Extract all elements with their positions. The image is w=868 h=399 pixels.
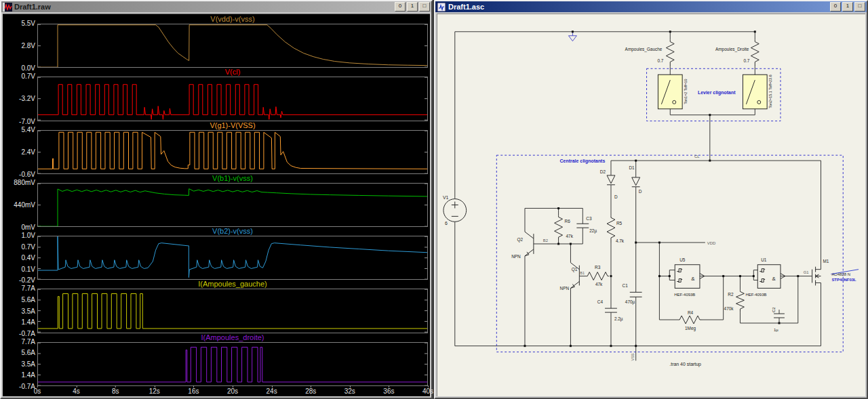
c2-name: C2 <box>772 307 776 312</box>
plot-area[interactable] <box>37 24 428 68</box>
gate-u5[interactable]: & U5 HEF-4093B <box>674 257 705 297</box>
u1-gate-symbol: & <box>772 276 776 282</box>
waveform-titlebar[interactable]: Draft1.raw 0 1 □ <box>1 1 431 12</box>
c3-name: C3 <box>586 216 592 221</box>
trace-title: I(Ampoules_gauche) <box>37 280 428 289</box>
spice-directive[interactable]: .tran 40 startup <box>669 362 701 367</box>
capacitor-c4[interactable]: C4 2.2µ <box>597 299 623 322</box>
plot-area[interactable] <box>37 183 428 227</box>
net-g1: G1 <box>804 270 810 274</box>
minimize-button[interactable]: 0 <box>395 2 406 12</box>
y-axis-labels: 0.7V -3.2V -7.0V <box>19 73 35 125</box>
capacitor-c2[interactable]: C2 1µ <box>772 307 785 332</box>
lamp-right-name: Ampoules_Droite <box>715 47 749 52</box>
switch-left[interactable] <box>658 75 682 109</box>
r6-value: 47k <box>566 234 573 238</box>
minimize-button[interactable]: 0 <box>830 2 841 12</box>
transistor-q1[interactable]: Q1 NPN <box>560 263 580 291</box>
v1-name: V1 <box>443 195 449 200</box>
u1-value: HEF-4093B <box>745 293 766 297</box>
net-vss: VSS <box>631 353 635 360</box>
gate-u1[interactable]: & U1 HEF-4093B <box>745 257 785 297</box>
r2-value: 470k <box>724 306 734 311</box>
switch-right[interactable] <box>743 75 767 109</box>
resistor-r6[interactable]: R6 47k <box>555 215 574 240</box>
lamp-left-name: Ampoules_Gauche <box>625 47 663 52</box>
pane-vb1: V(b1)-v(vss) 880mV 440mV 0mV <box>3 174 428 227</box>
trace-title: V(b2)-v(vss) <box>37 227 428 236</box>
diode-d2[interactable]: D2 D <box>600 169 618 199</box>
waveform-client-area[interactable]: V(vdd)-v(vss) 5.5V 2.8V 0.0V V(cl) 0.7V … <box>3 14 430 396</box>
d1-name: D1 <box>629 165 635 170</box>
r4-value: 1Meg <box>685 326 696 331</box>
diode-d1[interactable]: D1 D <box>629 165 642 194</box>
lever-group: Levier clignotant Ton1=2 Toff=10 Ton2=15… <box>647 68 781 121</box>
central-box <box>496 155 843 352</box>
c1-value: 470µ <box>625 299 635 305</box>
r4-name: R4 <box>688 310 694 315</box>
ground-icon[interactable] <box>568 32 576 41</box>
trace-title: V(b1)-v(vss) <box>37 174 428 183</box>
lever-label: Levier clignotant <box>698 90 736 96</box>
close-button[interactable]: □ <box>854 2 865 12</box>
net-b2: B2 <box>543 238 548 243</box>
resistor-ampoules-gauche[interactable]: Ampoules_Gauche 0.7 <box>625 40 675 67</box>
lamp-right-value: 0.7 <box>743 58 749 63</box>
pane-vg1: V(g1)-V(VSS) 5.4V 2.4V -0.6V <box>3 121 428 174</box>
d1-value: D <box>639 189 642 194</box>
pane-i-droite: I(Ampoules_droite) 7.7A 5.6A 3.5A 1.4A -… <box>3 333 428 386</box>
schematic-titlebar[interactable]: Draft1.asc 0 1 □ <box>435 1 867 12</box>
r2-name: R2 <box>728 292 734 297</box>
waveform-window-title: Draft1.raw <box>14 2 393 12</box>
time-axis: 0s 4s 8s 12s 16s 20s 24s 28s 32s 36s 40s <box>3 386 428 396</box>
pane-vcl: V(cl) 0.7V -3.2V -7.0V <box>3 68 428 121</box>
maximize-button[interactable]: 1 <box>407 2 418 12</box>
plot-area[interactable] <box>37 130 428 174</box>
capacitor-c3[interactable]: C3 22µ <box>576 216 597 234</box>
c2-value: 1µ <box>774 328 778 332</box>
close-button[interactable]: □ <box>419 2 430 12</box>
net-cl: CL <box>694 154 700 159</box>
resistor-ampoules-droite[interactable]: Ampoules_Droite 0.7 <box>715 40 759 67</box>
plot-area[interactable] <box>37 342 428 386</box>
u5-name: U5 <box>679 257 686 262</box>
mosfet-m1[interactable]: M1 AO4828 N STP40NF03L <box>812 259 859 286</box>
resistor-r4[interactable]: R4 1Meg <box>678 310 703 331</box>
voltage-source-v1[interactable]: V1 6 <box>443 195 467 226</box>
pane-vb2: V(b2)-v(vss) 1.0V 0.7V 0.4V 0.1V -0.2V <box>3 227 428 280</box>
capacitor-c1[interactable]: C1 470µ <box>623 283 642 305</box>
plot-area[interactable] <box>37 236 428 280</box>
r5-value: 4.7k <box>616 238 625 243</box>
u1-name: U1 <box>761 257 767 262</box>
plot-area[interactable] <box>37 77 428 121</box>
c3-value: 22µ <box>589 228 597 234</box>
resistor-r3[interactable]: R3 47k <box>586 265 609 287</box>
maximize-button[interactable]: 1 <box>842 2 853 12</box>
m1-model: STP40NF03L <box>831 278 856 282</box>
resistor-r5[interactable]: R5 4.7k <box>607 215 625 243</box>
transistor-q2[interactable]: Q2 NPN <box>511 232 534 259</box>
u5-value: HEF-4093B <box>674 293 695 297</box>
net-b1: B1 <box>580 271 585 275</box>
schematic-file-icon <box>437 3 446 12</box>
q1-type: NPN <box>560 286 570 291</box>
y-axis-labels: 880mV 440mV 0mV <box>14 180 35 231</box>
r3-name: R3 <box>595 265 601 270</box>
c1-name: C1 <box>623 283 629 288</box>
d2-name: D2 <box>600 169 606 174</box>
schematic-window-title: Draft1.asc <box>448 2 828 12</box>
y-axis-labels: 7.7A 5.6A 3.5A 1.4A -0.7A <box>19 339 35 390</box>
plot-area[interactable] <box>37 289 428 333</box>
v1-value: 6 <box>445 221 448 226</box>
central-label: Centrale clignotants <box>560 159 606 164</box>
q1-name: Q1 <box>572 267 578 272</box>
schematic-canvas[interactable]: V1 6 Ampoules_Gauche 0.7 Ampoules_Droite… <box>437 14 865 396</box>
lamp-left-value: 0.7 <box>657 58 663 63</box>
resistor-r2[interactable]: R2 470k <box>724 290 745 312</box>
waveform-file-icon <box>3 3 12 12</box>
trace-title: V(cl) <box>37 68 428 77</box>
trace-title: I(Ampoules_droite) <box>37 333 428 342</box>
trace-title: V(vdd)-v(vss) <box>37 15 428 24</box>
net-vdd: VDD <box>707 241 716 245</box>
lever-left-params: Ton1=2 Toff=10 <box>684 79 688 104</box>
